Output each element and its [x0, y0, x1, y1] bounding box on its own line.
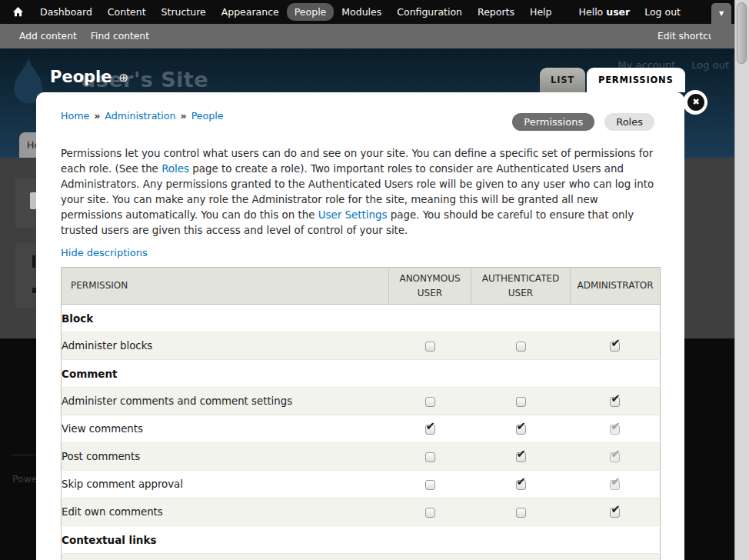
toolbar-item-configuration[interactable]: Configuration — [389, 3, 470, 21]
permission-row-post-comments: Post comments✔✔ — [62, 443, 661, 471]
scrollbar[interactable] — [734, 0, 749, 560]
checkmark-icon: ✔ — [611, 448, 621, 460]
shortcut-bar: Add contentFind content Edit shortcuts — [0, 24, 735, 48]
roles-link[interactable]: Roles — [161, 163, 189, 175]
checkbox-cell — [389, 332, 471, 360]
greeting-username: user — [606, 6, 630, 18]
checkmark-icon: ✔ — [611, 421, 621, 432]
checkbox-anonymous-user-skip-comment-approval[interactable] — [425, 480, 435, 490]
home-icon[interactable] — [12, 6, 24, 18]
section-label: Comment — [62, 360, 661, 388]
greeting-prefix: Hello — [579, 6, 604, 18]
checkbox-cell: ✔ — [471, 415, 571, 443]
page-title-text: People — [50, 68, 112, 86]
toolbar-item-content[interactable]: Content — [100, 3, 154, 21]
breadcrumb-link-administration[interactable]: Administration — [105, 110, 175, 122]
checkbox-cell: ✔ — [471, 471, 571, 498]
checkbox-anonymous-user-view-comments[interactable]: ✔ — [425, 425, 435, 435]
checkbox-authenticated-user-edit-own-comments[interactable] — [516, 508, 526, 518]
toolbar-item-appearance[interactable]: Appearance — [214, 3, 287, 21]
permission-label: Administer comments and comment settings — [62, 388, 389, 415]
greeting: Hello user — [579, 6, 631, 18]
roles-button[interactable]: Roles — [604, 113, 654, 131]
permission-label: Administer blocks — [62, 332, 389, 360]
checkbox-cell — [389, 498, 471, 526]
checkbox-cell: ✔ — [389, 415, 471, 443]
section-row-block: Block — [62, 305, 661, 332]
permission-label: Edit own comments — [62, 498, 389, 526]
toolbar-item-help[interactable]: Help — [522, 3, 560, 21]
permission-label: Post comments — [62, 443, 389, 471]
toolbar-item-dashboard[interactable]: Dashboard — [32, 3, 100, 21]
checkmark-icon: ✔ — [611, 504, 621, 515]
permissions-overlay: Home»Administration»People PermissionsRo… — [36, 92, 684, 560]
toolbar-menu: DashboardContentStructureAppearancePeopl… — [32, 3, 560, 21]
checkbox-anonymous-user-post-comments[interactable] — [425, 452, 435, 462]
checkmark-icon: ✔ — [611, 476, 621, 488]
breadcrumb: Home»Administration»People — [61, 110, 223, 122]
checkbox-anonymous-user-administer-comments-and-comment-settings[interactable] — [425, 397, 435, 407]
checkmark-icon: ✔ — [426, 421, 436, 432]
breadcrumb-link-home[interactable]: Home — [61, 110, 89, 122]
toolbar-item-structure[interactable]: Structure — [154, 3, 214, 21]
page-title: People ⊕ — [50, 68, 128, 86]
checkbox-administrator-administer-blocks[interactable]: ✔ — [610, 342, 620, 352]
permission-row-skip-comment-approval: Skip comment approval✔✔ — [62, 471, 661, 498]
section-row-contextual-links: Contextual links — [62, 526, 661, 554]
permissions-button[interactable]: Permissions — [512, 113, 594, 131]
permission-row-administer-comments-and-comment-settings: Administer comments and comment settings… — [62, 388, 661, 415]
checkbox-authenticated-user-administer-blocks[interactable] — [516, 342, 526, 352]
checkbox-cell — [471, 498, 571, 526]
checkbox-administrator-view-comments: ✔ — [610, 425, 620, 435]
toolbar-item-reports[interactable]: Reports — [470, 3, 522, 21]
tab-permissions[interactable]: PERMISSIONS — [587, 68, 685, 92]
checkbox-cell: ✔ — [571, 332, 661, 360]
breadcrumb-link-people[interactable]: People — [191, 110, 224, 122]
permission-row-view-comments: View comments✔✔✔ — [62, 415, 661, 443]
overlay-tabs: LISTPERMISSIONS — [540, 68, 685, 92]
logout-link-dimmed: Log out — [691, 59, 729, 71]
admin-toolbar: DashboardContentStructureAppearancePeopl… — [0, 0, 735, 24]
checkbox-authenticated-user-skip-comment-approval[interactable]: ✔ — [516, 480, 526, 490]
logout-link[interactable]: Log out — [644, 6, 681, 18]
permissions-description: Permissions let you control what users c… — [61, 146, 663, 238]
checkmark-icon: ✔ — [611, 393, 621, 405]
partial-row — [62, 554, 661, 560]
checkbox-authenticated-user-post-comments[interactable]: ✔ — [516, 452, 526, 462]
dimmed-input-fragment — [30, 192, 36, 209]
shortcut-item-find-content[interactable]: Find content — [91, 31, 149, 42]
checkmark-icon: ✔ — [611, 338, 621, 349]
close-icon[interactable]: ✖ — [687, 94, 704, 111]
tab-list[interactable]: LIST — [540, 68, 585, 92]
shortcut-item-add-content[interactable]: Add content — [19, 31, 77, 42]
column-header-authenticated-user: AUTHENTICATED USER — [471, 268, 571, 305]
section-row-comment: Comment — [62, 360, 661, 388]
toolbar-item-people[interactable]: People — [287, 3, 335, 21]
user-settings-link[interactable]: User Settings — [318, 209, 388, 221]
checkbox-administrator-administer-comments-and-comment-settings[interactable]: ✔ — [610, 397, 620, 407]
checkbox-anonymous-user-edit-own-comments[interactable] — [425, 508, 435, 518]
permissions-roles-buttons: PermissionsRoles — [512, 113, 654, 131]
shortcut-menu: Add contentFind content — [19, 31, 149, 42]
checkmark-icon: ✔ — [517, 448, 527, 460]
checkbox-anonymous-user-administer-blocks[interactable] — [425, 342, 435, 352]
chevron-down-icon: ▼ — [711, 10, 731, 17]
checkbox-cell — [389, 471, 471, 498]
hide-descriptions-link[interactable]: Hide descriptions — [61, 247, 148, 258]
breadcrumb-separator: » — [181, 110, 187, 122]
permissions-table: PERMISSIONANONYMOUS USERAUTHENTICATED US… — [61, 267, 661, 560]
permission-row-edit-own-comments: Edit own comments✔ — [62, 498, 661, 526]
scrollbar-thumb[interactable] — [737, 2, 747, 64]
checkbox-administrator-edit-own-comments[interactable]: ✔ — [610, 508, 620, 518]
checkbox-cell — [389, 443, 471, 471]
add-shortcut-icon[interactable]: ⊕ — [119, 72, 129, 84]
column-header-administrator: ADMINISTRATOR — [571, 268, 661, 305]
toolbar-item-modules[interactable]: Modules — [334, 3, 389, 21]
footer-divider — [11, 455, 36, 455]
section-label: Block — [62, 305, 661, 332]
checkbox-cell: ✔ — [571, 471, 661, 498]
toolbar-toggle-button[interactable]: ▼ — [711, 3, 731, 48]
checkbox-authenticated-user-view-comments[interactable]: ✔ — [516, 425, 526, 435]
checkbox-authenticated-user-administer-comments-and-comment-settings[interactable] — [516, 397, 526, 407]
checkbox-cell: ✔ — [571, 498, 661, 526]
